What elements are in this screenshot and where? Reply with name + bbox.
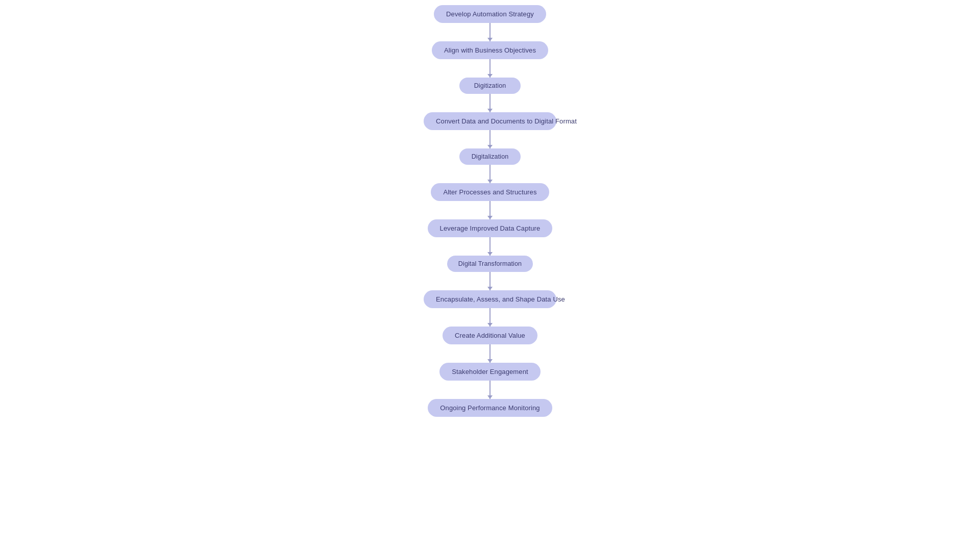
node-10: Create Additional Value [443, 327, 537, 344]
node-6: Alter Processes and Structures [431, 183, 549, 201]
connector-0 [489, 23, 491, 41]
node-8: Digital Transformation [447, 256, 533, 272]
connector-10 [489, 381, 491, 399]
node-12: Ongoing Performance Monitoring [428, 399, 552, 417]
connector-3 [489, 130, 491, 148]
node-7: Leverage Improved Data Capture [428, 219, 553, 237]
node-3: Digitization [459, 78, 521, 94]
connector-9 [489, 344, 491, 363]
connector-5 [489, 201, 491, 219]
connector-1 [489, 59, 491, 78]
connector-4 [489, 165, 491, 183]
node-2: Align with Business Objectives [432, 41, 548, 59]
node-4: Convert Data and Documents to Digital Fo… [424, 112, 556, 130]
connector-8 [489, 308, 491, 327]
flowchart: Develop Automation StrategyAlign with Bu… [388, 0, 592, 417]
connector-6 [489, 237, 491, 256]
connector-7 [489, 272, 491, 290]
node-1: Develop Automation Strategy [434, 5, 546, 23]
node-11: Stakeholder Engagement [439, 363, 541, 381]
node-5: Digitalization [459, 148, 521, 165]
connector-2 [489, 94, 491, 112]
node-9: Encapsulate, Assess, and Shape Data Use [424, 290, 556, 308]
